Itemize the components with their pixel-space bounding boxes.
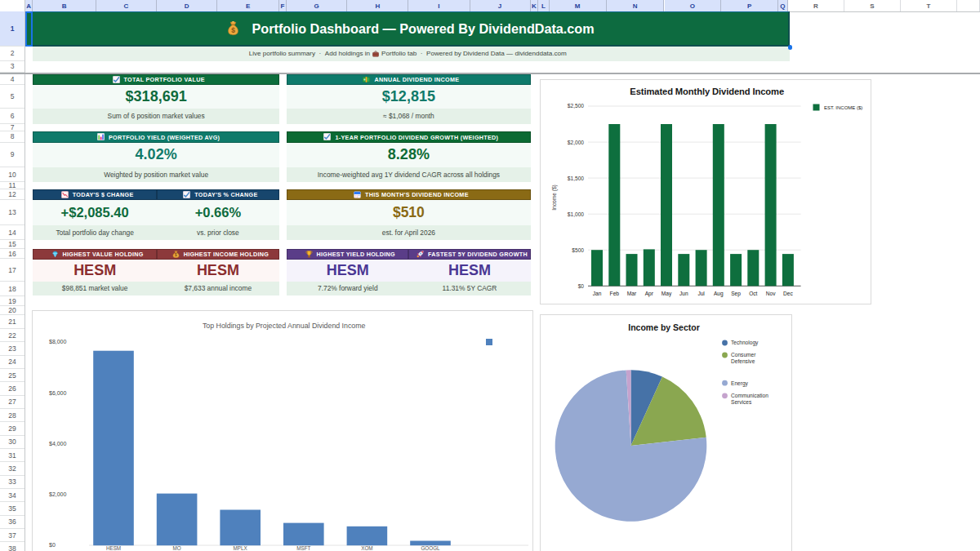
svg-text:GOOGL: GOOGL bbox=[421, 545, 440, 551]
svg-text:Mar: Mar bbox=[627, 291, 637, 296]
svg-text:Sep: Sep bbox=[731, 291, 741, 297]
svg-text:EST. INCOME ($): EST. INCOME ($) bbox=[824, 105, 862, 110]
svg-text:$4,000: $4,000 bbox=[49, 441, 67, 447]
svg-text:$500: $500 bbox=[572, 247, 584, 253]
svg-text:Jul: Jul bbox=[697, 291, 705, 296]
svg-text:Jun: Jun bbox=[679, 291, 688, 296]
svg-text:Apr: Apr bbox=[645, 291, 654, 297]
svg-text:$8,000: $8,000 bbox=[49, 339, 67, 344]
svg-text:May: May bbox=[662, 291, 672, 297]
svg-text:MSFT: MSFT bbox=[296, 545, 310, 551]
svg-text:Jan: Jan bbox=[593, 291, 602, 296]
svg-text:$2,500: $2,500 bbox=[568, 103, 585, 109]
svg-text:Technology: Technology bbox=[731, 340, 759, 346]
svg-text:$0: $0 bbox=[49, 542, 56, 548]
svg-text:Services: Services bbox=[731, 399, 752, 405]
svg-text:$2,000: $2,000 bbox=[568, 140, 585, 145]
svg-text:Oct: Oct bbox=[749, 291, 757, 296]
svg-text:$0: $0 bbox=[578, 283, 585, 289]
svg-text:$1,500: $1,500 bbox=[568, 176, 585, 181]
svg-text:HESM: HESM bbox=[106, 545, 121, 551]
svg-text:MPLX: MPLX bbox=[234, 545, 248, 551]
svg-text:Energy: Energy bbox=[731, 380, 749, 387]
svg-text:XOM: XOM bbox=[361, 545, 372, 551]
svg-text:$: $ bbox=[231, 26, 235, 34]
svg-text:Top Holdings by Projected Annu: Top Holdings by Projected Annual Dividen… bbox=[203, 322, 366, 330]
svg-text:$6,000: $6,000 bbox=[49, 390, 67, 396]
svg-text:Estimated Monthly Dividend Inc: Estimated Monthly Dividend Income bbox=[630, 87, 784, 96]
svg-text:Nov: Nov bbox=[766, 291, 776, 296]
svg-text:Income ($): Income ($) bbox=[551, 184, 558, 211]
svg-text:Communication: Communication bbox=[731, 393, 768, 398]
svg-text:$: $ bbox=[175, 253, 177, 257]
svg-text:Aug: Aug bbox=[714, 291, 724, 297]
svg-text:$1,000: $1,000 bbox=[568, 211, 585, 217]
svg-text:Dec: Dec bbox=[783, 291, 793, 296]
svg-text:Feb: Feb bbox=[610, 291, 620, 296]
svg-text:Income by Sector: Income by Sector bbox=[628, 322, 700, 332]
svg-text:Consumer: Consumer bbox=[731, 352, 756, 358]
svg-text:$2,000: $2,000 bbox=[49, 491, 67, 497]
svg-text:MO: MO bbox=[173, 545, 181, 551]
svg-text:Defensive: Defensive bbox=[731, 358, 755, 364]
